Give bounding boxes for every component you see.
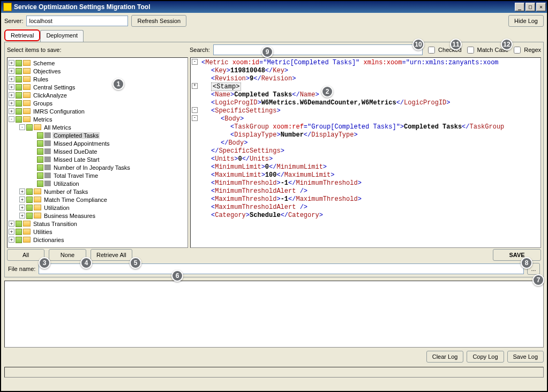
tree-item[interactable]: +Status Transition [7,220,187,228]
tree-item[interactable]: +Objectives [7,67,187,75]
expand-icon[interactable]: + [19,205,25,210]
callout-4: 4 [80,257,92,269]
all-button[interactable]: All [7,249,44,261]
expand-icon[interactable]: + [9,68,14,74]
checkbox-icon[interactable] [16,116,22,123]
checkbox-icon[interactable] [16,108,22,115]
xml-line: <SpecificSettings> [192,107,539,115]
tree-item[interactable]: +Match Time Compliance [7,195,187,203]
minimize-button[interactable]: _ [515,3,524,11]
tree-item[interactable]: Missed DueDate [7,147,187,155]
fold-icon[interactable]: - [192,107,198,113]
tree-item[interactable]: -Metrics [7,115,187,123]
tab-deployment[interactable]: Deployment [40,30,84,42]
checkbox-icon[interactable] [37,180,43,187]
tree-item[interactable]: +Number of Tasks [7,187,187,195]
checkbox-icon[interactable] [26,197,33,203]
tree-item[interactable]: +IMRS Configuration [7,107,187,115]
tree-label: Status Transition [32,221,78,227]
fold-icon[interactable]: + [192,83,198,89]
tree-item[interactable]: +Utilization [7,203,187,212]
expand-icon[interactable]: + [9,60,14,66]
tree-item[interactable]: +Scheme [7,59,187,67]
checkbox-icon[interactable] [37,172,43,179]
collapse-icon[interactable]: - [9,116,14,122]
checkbox-icon[interactable] [16,76,22,82]
checkbox-icon[interactable] [37,132,43,139]
checkbox-icon[interactable] [37,148,43,155]
tree-item[interactable]: -All Metrics [7,123,187,131]
copy-log-button[interactable]: Copy Log [467,351,504,363]
checkbox-icon[interactable] [37,164,43,171]
folder-icon [23,68,31,74]
fold-icon[interactable]: - [192,59,198,65]
matchcase-checkbox[interactable] [467,47,474,54]
folder-icon [34,189,41,194]
checkbox-icon[interactable] [26,205,33,211]
save-button[interactable]: SAVE [493,249,541,261]
expand-icon[interactable]: + [9,92,14,98]
tree-item[interactable]: Utilization [7,179,187,187]
checkbox-icon[interactable] [16,92,22,99]
expand-icon[interactable]: + [9,229,14,235]
collapse-icon[interactable]: - [19,124,25,130]
tree-item[interactable]: +Business Measures [7,212,187,220]
search-input[interactable] [213,44,423,55]
checked-checkbox[interactable] [428,47,435,54]
save-log-button[interactable]: Save Log [507,351,544,363]
checkbox-icon[interactable] [26,189,33,195]
none-button[interactable]: None [49,249,86,261]
checkbox-icon[interactable] [37,140,43,147]
checkbox-icon[interactable] [26,213,33,219]
checkbox-icon[interactable] [26,124,33,131]
checkbox-icon[interactable] [16,229,22,235]
tree-label: Business Measures [43,213,96,219]
expand-icon[interactable]: + [9,108,14,114]
refresh-session-button[interactable]: Refresh Session [131,15,186,27]
hide-log-button[interactable]: Hide Log [508,15,544,27]
close-button[interactable]: ✕ [536,3,546,11]
tree-item[interactable]: +Rules [7,75,187,83]
checkbox-icon[interactable] [16,68,22,74]
retrieve-all-button[interactable]: Retrieve All [91,249,132,261]
checkbox-icon[interactable] [16,84,22,91]
regex-filter[interactable]: Regex [512,45,541,55]
server-input[interactable] [26,16,128,26]
clear-log-button[interactable]: Clear Log [426,351,464,363]
tree-item[interactable]: +Dictionaries [7,236,187,244]
tab-retrieval[interactable]: Retrieval [4,29,40,41]
tree-item[interactable]: +ClickAnalyze [7,91,187,99]
tree-item[interactable]: Missed Appointments [7,139,187,147]
tree-item[interactable]: Total Travel Time [7,171,187,179]
tree-pane[interactable]: +Scheme+Objectives+Rules+Central Setting… [7,57,188,248]
tree-item[interactable]: +Central Settings [7,83,187,91]
item-icon [44,140,51,146]
checkbox-icon[interactable] [37,156,43,163]
regex-checkbox[interactable] [514,47,521,54]
expand-icon[interactable]: + [9,76,14,82]
expand-icon[interactable]: + [9,221,14,227]
checkbox-icon[interactable] [16,60,22,66]
fold-icon[interactable]: - [192,115,198,121]
tree-item[interactable]: Completed Tasks [7,131,187,139]
expand-icon[interactable]: + [9,237,14,243]
expand-icon[interactable]: + [19,197,25,202]
expand-icon[interactable]: + [9,100,14,106]
tree-item[interactable]: +Utilities [7,228,187,236]
tree-item[interactable]: +Groups [7,99,187,107]
item-icon [44,156,51,162]
expand-icon[interactable]: + [19,213,25,218]
xml-line: <Category>Schedule</Category> [192,212,539,220]
xml-preview-pane[interactable]: - <Metric xoom:id="Metric[Completed Task… [190,57,541,248]
checkbox-icon[interactable] [16,100,22,107]
expand-icon[interactable]: + [19,189,25,194]
checkbox-icon[interactable] [16,221,22,227]
panes: +Scheme+Objectives+Rules+Central Setting… [5,57,543,248]
tree-item[interactable]: Number of In Jeopardy Tasks [7,163,187,171]
tree-label: Scheme [32,60,56,66]
checkbox-icon[interactable] [16,237,22,243]
expand-icon[interactable]: + [9,84,14,90]
tree-item[interactable]: Missed Late Start [7,155,187,163]
file-input[interactable] [39,263,524,274]
maximize-button[interactable]: □ [526,3,535,11]
